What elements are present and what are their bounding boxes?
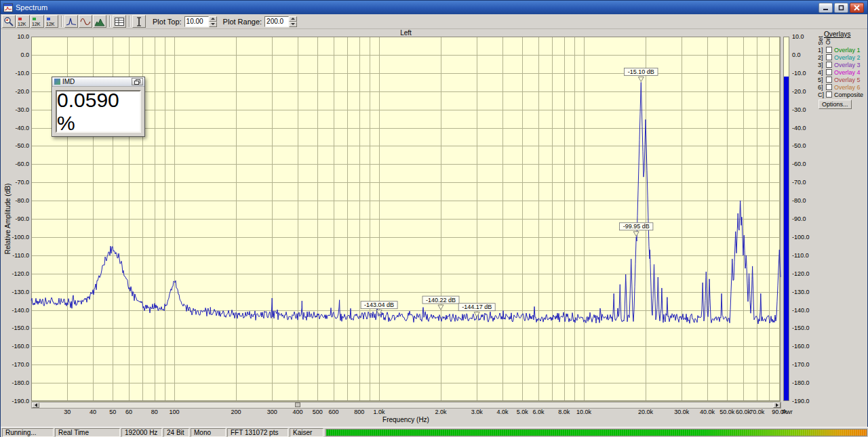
- app-icon: [3, 3, 13, 12]
- display-12k-red-button[interactable]: 12K: [16, 15, 30, 28]
- y-tick-label: -50.0: [792, 142, 819, 149]
- toolbar: 12K12K12K Plot Top: Plot Range:: [1, 14, 867, 29]
- minimize-button[interactable]: [818, 3, 833, 13]
- overlay-on-checkbox[interactable]: [826, 91, 832, 98]
- y-tick-label: -40.0: [792, 125, 819, 131]
- y-tick-label: -150.0: [792, 325, 819, 331]
- overlay-on-checkbox[interactable]: [826, 77, 832, 83]
- status-segment: 192000 Hz: [121, 428, 162, 437]
- marker-button[interactable]: [132, 15, 146, 28]
- y-tick-label: -60.0: [792, 161, 819, 167]
- spin-up-icon[interactable]: [289, 16, 297, 22]
- overlay-on-checkbox[interactable]: [826, 62, 832, 68]
- overlay-on-checkbox[interactable]: [826, 47, 832, 53]
- overlays-options-button[interactable]: Options...: [818, 100, 852, 109]
- overlay-label: Overlay 1: [834, 47, 861, 54]
- scrollbar-thumb[interactable]: [295, 402, 300, 407]
- y-tick-label: -10.0: [2, 70, 29, 77]
- x-tick-label: 2.0k: [426, 409, 456, 415]
- y-tick-label: -130.0: [2, 289, 29, 295]
- x-tick-label: 1.0k: [364, 409, 394, 415]
- arrow-right-icon: [776, 403, 778, 407]
- overlay-row: 1]Overlay 1: [818, 46, 863, 54]
- plot-top-input[interactable]: [184, 16, 209, 27]
- overlay-label: Overlay 6: [834, 84, 861, 91]
- status-segment: 24 Bit: [163, 428, 189, 437]
- svg-text:12K: 12K: [32, 22, 41, 26]
- overlay-label: Composite: [834, 91, 863, 98]
- scroll-left-button[interactable]: [32, 402, 39, 408]
- y-tick-label: -120.0: [792, 270, 819, 277]
- y-tick-label: 0.0: [792, 51, 819, 58]
- smoothed-spectrum-button[interactable]: [79, 15, 92, 28]
- y-tick-label: -60.0: [2, 161, 29, 167]
- y-tick-label: -190.0: [792, 398, 819, 404]
- svg-text:12K: 12K: [18, 22, 26, 26]
- overlay-row: C]Composite: [818, 91, 863, 98]
- y-tick-label: -170.0: [2, 361, 29, 368]
- peak-spectrum-button[interactable]: [64, 15, 78, 28]
- y-tick-label: -160.0: [2, 343, 29, 350]
- x-tick-label: 100: [159, 409, 189, 415]
- toolbar-separator: [109, 16, 111, 27]
- close-button[interactable]: [850, 3, 864, 13]
- imd-titlebar[interactable]: IMD: [52, 77, 144, 87]
- imd-restore-button[interactable]: [132, 78, 143, 85]
- y-tick-label: -20.0: [792, 88, 819, 95]
- overlay-set-button[interactable]: 5]: [818, 77, 826, 83]
- plot-scrollbar[interactable]: [31, 402, 781, 409]
- y-tick-label: -150.0: [2, 325, 29, 331]
- spectrum-window: Spectrum 12K12K12K Plot Top: Plot Range:…: [0, 0, 868, 437]
- power-bar: [783, 37, 789, 401]
- imd-value-display: 0.0590 %: [56, 90, 141, 133]
- marker-label: -144.17 dB: [462, 304, 492, 310]
- overlay-set-button[interactable]: 3]: [818, 62, 826, 68]
- plot-top-spinner[interactable]: [209, 16, 217, 27]
- display-12k-blue-button[interactable]: 12K: [45, 15, 58, 28]
- overlay-label: Overlay 2: [834, 54, 861, 61]
- y-tick-label: -70.0: [792, 179, 819, 186]
- y-tick-label: -90.0: [792, 215, 819, 222]
- level-meter: [326, 429, 867, 436]
- marker-label: -140.22 dB: [426, 297, 456, 304]
- y-tick-label: 10.0: [2, 33, 29, 40]
- y-tick-label: -100.0: [2, 234, 29, 241]
- status-segment: Running...: [2, 428, 54, 437]
- spin-down-icon[interactable]: [289, 22, 297, 27]
- channel-title: Left: [31, 29, 781, 37]
- window-titlebar[interactable]: Spectrum: [1, 1, 867, 14]
- zoom-button[interactable]: [2, 15, 16, 28]
- toolbar-separator: [129, 16, 130, 27]
- spin-down-icon[interactable]: [209, 22, 217, 27]
- status-segment: Mono: [191, 428, 226, 437]
- maximize-button[interactable]: [834, 3, 848, 13]
- plot-range-label: Plot Range:: [223, 18, 262, 26]
- window-title: Spectrum: [16, 3, 47, 12]
- y-tick-label: -110.0: [792, 252, 819, 259]
- display-12k-green-button[interactable]: 12K: [31, 15, 44, 28]
- y-tick-label: -100.0: [792, 234, 819, 241]
- overlay-row: 2]Overlay 2: [818, 54, 863, 61]
- marker-label: -143.04 dB: [364, 301, 394, 308]
- plot-range-spinner[interactable]: [289, 16, 297, 27]
- y-tick-label: -170.0: [792, 361, 819, 368]
- scroll-right-button[interactable]: [773, 402, 781, 408]
- overlay-on-checkbox[interactable]: [826, 84, 832, 90]
- y-tick-label: -40.0: [2, 125, 29, 131]
- filled-spectrum-button[interactable]: [93, 15, 106, 28]
- y-tick-label: -30.0: [792, 106, 819, 113]
- restore-icon: [134, 79, 140, 85]
- x-axis-label: Frequency (Hz): [31, 416, 781, 423]
- overlay-on-checkbox[interactable]: [826, 69, 832, 75]
- overlay-on-checkbox[interactable]: [826, 54, 832, 60]
- y-tick-label: -130.0: [792, 289, 819, 295]
- x-tick-label: 10.0k: [569, 409, 599, 415]
- overlays-panel: Overlays Set On 1]Overlay 12]Overlay 23]…: [817, 28, 868, 427]
- plot-range-input[interactable]: [264, 16, 289, 27]
- y-tick-label: -140.0: [792, 307, 819, 314]
- status-segment: Real Time: [55, 428, 120, 437]
- scrollbar-track[interactable]: [39, 402, 773, 408]
- imd-window[interactable]: IMD 0.0590 %: [52, 77, 145, 137]
- spin-up-icon[interactable]: [209, 16, 217, 22]
- data-table-button[interactable]: [113, 15, 126, 28]
